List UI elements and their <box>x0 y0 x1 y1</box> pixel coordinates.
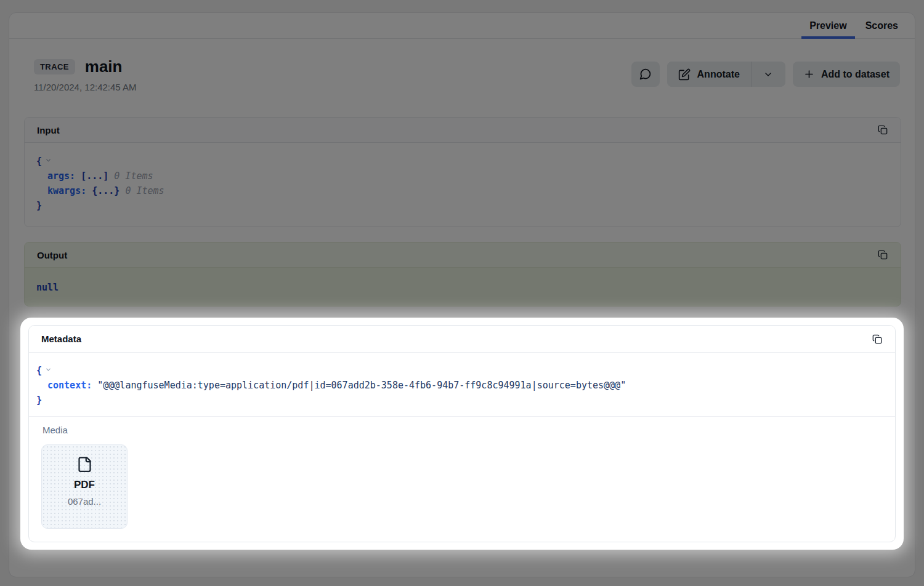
metadata-spotlight: Metadata { context:"@@@langfuseMedia:typ… <box>20 318 904 550</box>
file-icon <box>76 456 93 473</box>
media-section-label: Media <box>43 425 883 435</box>
metadata-panel: Metadata { context:"@@@langfuseMedia:typ… <box>28 325 896 542</box>
media-file-type: PDF <box>74 479 95 491</box>
copy-metadata-button[interactable] <box>868 330 886 348</box>
json-open-line: { <box>36 363 888 378</box>
media-file-id: 067ad... <box>68 496 101 507</box>
json-close-line: } <box>36 393 888 407</box>
metadata-panel-title: Metadata <box>41 334 81 344</box>
media-section: Media PDF 067ad... <box>29 416 895 541</box>
media-item-pdf[interactable]: PDF 067ad... <box>41 444 128 529</box>
json-collapse-chevron-icon[interactable] <box>45 366 52 373</box>
metadata-json-viewer: { context:"@@@langfuseMedia:type=applica… <box>29 353 895 416</box>
metadata-panel-header: Metadata <box>29 326 895 353</box>
json-entry-context: context:"@@@langfuseMedia:type=applicati… <box>36 378 888 393</box>
trace-detail-screen: Preview Scores TRACE main 11/20/2024, 12… <box>0 0 924 586</box>
copy-icon <box>872 334 882 344</box>
